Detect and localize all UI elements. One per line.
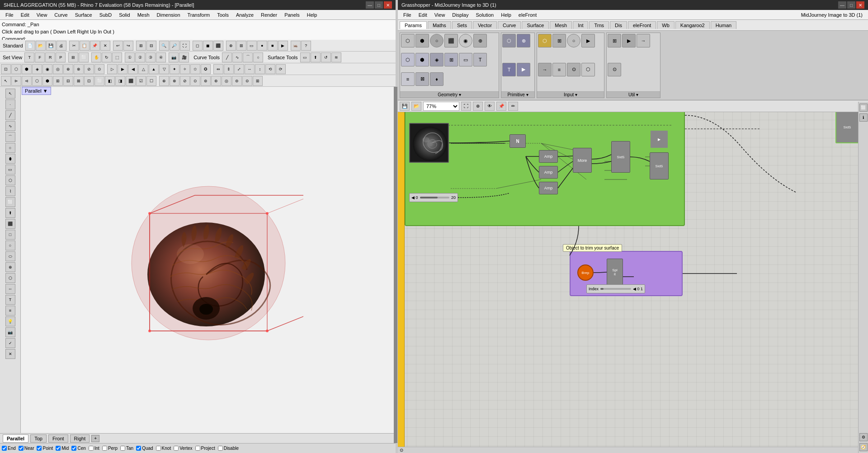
gh-zoom-extents-btn[interactable]: ⛶ [461,102,471,111]
snap-vertex[interactable]: Vertex [174,446,192,451]
snap-mid[interactable]: Mid [56,446,69,451]
tb-print[interactable]: 🖨 [57,41,66,51]
tb-disp3[interactable]: ⬢ [22,64,32,74]
gh-icon-inp6[interactable]: ≡ [552,63,566,76]
gh-eye-btn[interactable]: 👁 [485,102,495,111]
gh-icon-prim3[interactable]: T [502,63,516,76]
tb-disp5[interactable]: ◉ [42,64,52,74]
gh-node-amp2[interactable]: Amp [539,166,558,179]
gh-icon-inp8[interactable]: ⬡ [581,63,595,76]
gh-icon-util4[interactable]: ⊙ [608,63,621,76]
tb-zoom-in[interactable]: 🔍 [159,41,169,51]
gh-orange-node[interactable]: Brep [577,264,594,281]
gh-icon-geo2[interactable]: ⬢ [415,34,429,47]
tb-select-all[interactable]: ⊞ [136,41,146,51]
tb-zoom-extent[interactable]: ⛶ [180,41,190,51]
tb-undo[interactable]: ↩ [113,41,123,51]
gh-icon-geo8[interactable]: ⬢ [415,53,429,66]
tb-zoom-window[interactable]: ⬚ [112,52,122,62]
snap-cen[interactable]: Cen [71,446,85,451]
lt-poly[interactable]: ⬡ [5,175,15,185]
tb-trans4[interactable]: ↔ [245,64,255,74]
tb-gumball5[interactable]: ⊚ [201,76,211,86]
tb-revolve[interactable]: ↺ [321,52,331,62]
gh-tab-dis[interactable]: Dis [610,21,627,29]
gh-icon-geo1[interactable]: ⬡ [401,34,415,47]
gh-menu-display[interactable]: Display [448,11,472,19]
tb-disp8[interactable]: ⊗ [74,64,84,74]
gh-panel-info[interactable]: ℹ [859,113,868,122]
tb-rendered[interactable]: ⬛ [213,41,223,51]
tb-sel10[interactable]: ✪ [201,64,211,74]
gh-tab-human[interactable]: Human [711,21,736,29]
tb-extra5[interactable]: ⬢ [42,76,52,86]
tb-disp4[interactable]: ◈ [32,64,42,74]
tb-play[interactable]: ▶ [278,41,288,51]
gh-icon-prim4[interactable]: ▶ [517,63,530,76]
snap-disable[interactable]: Disable [218,446,239,451]
lt-point[interactable]: · [5,99,15,109]
tb-sel1[interactable]: ▷ [107,64,117,74]
gh-icon-inp1[interactable]: ⬡ [538,34,552,47]
rhino-close-btn[interactable]: ✕ [384,1,392,9]
menu-tools[interactable]: Tools [213,11,232,19]
tb-planar[interactable]: ▭ [247,41,257,51]
tb-front-view[interactable]: F [35,52,45,62]
lt-select[interactable]: ↖ [5,89,15,99]
tb-extra13[interactable]: ⬛ [126,76,136,86]
tb-zoom-out[interactable]: 🔎 [170,41,179,51]
tb-disp7[interactable]: ⊕ [63,64,73,74]
tb-curve[interactable]: ∿ [232,52,242,62]
tb-gumball1[interactable]: ⊕ [159,76,169,86]
lt-x[interactable]: ✕ [5,349,15,359]
tb-new[interactable]: 📄 [25,41,35,51]
gh-icon-inp7[interactable]: ⊙ [567,63,580,76]
snap-tan[interactable]: Tan [120,446,133,451]
gh-tab-sets[interactable]: Sets [452,21,472,29]
gh-panel-settings[interactable]: ⚙ [859,433,868,441]
gh-menu-view[interactable]: View [431,11,449,19]
tb-trans5[interactable]: ↕ [255,64,265,74]
tb-sel4[interactable]: △ [138,64,148,74]
gh-canvas[interactable]: ◀ 0 20 N Amp Amp Amp More SidS ▶ SidS [398,102,868,453]
lt-line[interactable]: ╱ [5,110,15,120]
gh-node-amp1[interactable]: Amp [539,150,558,163]
tb-disp2[interactable]: ⬡ [11,64,21,74]
gh-index-slider[interactable]: Index ◀ 0 1 [586,284,645,293]
rhino-gh-divider[interactable] [394,87,397,443]
tab-front[interactable]: Front [48,434,68,443]
tb-extra6[interactable]: ⊞ [53,76,63,86]
tab-top[interactable]: Top [30,434,47,443]
tb-trans3[interactable]: ⤢ [234,64,244,74]
gh-close-btn[interactable]: ✕ [856,1,864,9]
tb-ortho[interactable]: ⊞ [236,41,246,51]
menu-view[interactable]: View [33,11,51,19]
tb-sel5[interactable]: ▲ [149,64,159,74]
tb-maximize[interactable]: ⬜ [79,52,89,62]
tb-extra12[interactable]: ◨ [115,76,125,86]
tb-help[interactable]: ? [301,41,311,51]
gh-node-sids2[interactable]: SidS [650,152,669,179]
tb-gumball8[interactable]: ⊜ [232,76,242,86]
tab-add-btn[interactable]: + [91,435,99,442]
tb-pan[interactable]: ✋ [91,52,101,62]
tb-copy[interactable]: 📋 [80,41,90,51]
tb-line[interactable]: ╱ [222,52,232,62]
gh-panel-compass[interactable]: 🧭 [859,443,868,451]
tb-redo[interactable]: ↪ [123,41,133,51]
lt-circle[interactable]: ○ [5,143,15,153]
gh-icon-geo14[interactable]: ⊠ [415,72,429,86]
gh-sketch-btn[interactable]: ✏ [508,102,518,111]
gh-tab-wb[interactable]: Wb [657,21,675,29]
gh-menu-elefront[interactable]: eleFront [515,11,540,19]
gh-maximize-btn[interactable]: □ [847,1,855,9]
tb-cut[interactable]: ✂ [69,41,79,51]
gh-icon-geo12[interactable]: T [473,53,487,66]
rhino-minimize-btn[interactable]: — [366,1,374,9]
tb-trans6[interactable]: ⟲ [265,64,275,74]
gh-tab-curve[interactable]: Curve [498,21,521,29]
rhino-maximize-btn[interactable]: □ [375,1,383,9]
gh-open-btn[interactable]: 📂 [411,102,421,111]
lt-camera[interactable]: 📷 [5,327,15,337]
gh-icon-inp3[interactable]: ○ [567,34,580,47]
